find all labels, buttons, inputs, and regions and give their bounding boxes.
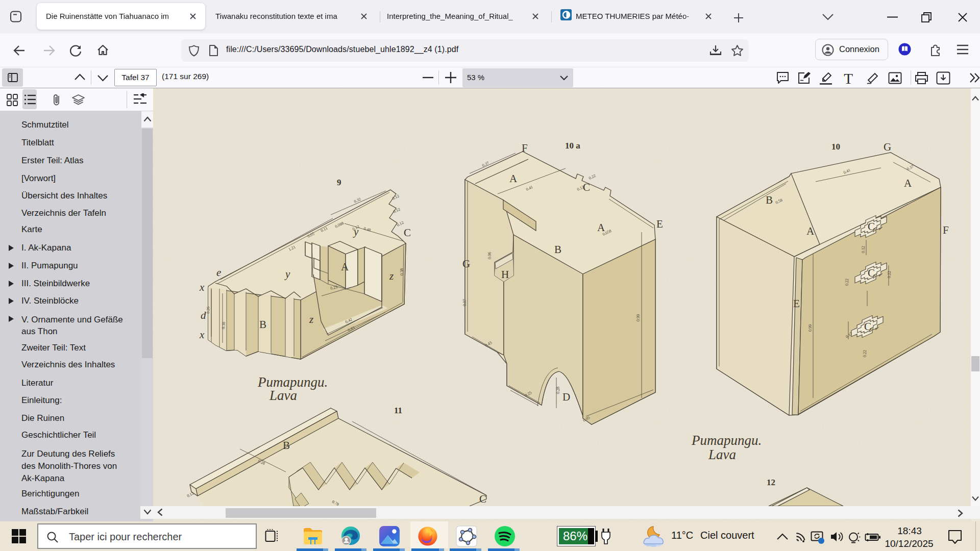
svg-text:Pumapungu.: Pumapungu. (691, 433, 762, 448)
svg-text:B: B (766, 194, 773, 206)
svg-text:A: A (806, 225, 815, 237)
svg-text:B: B (259, 318, 266, 331)
svg-text:x: x (199, 281, 205, 293)
svg-text:E: E (656, 218, 663, 230)
svg-text:12: 12 (767, 478, 775, 487)
svg-text:y: y (284, 268, 290, 280)
svg-text:0.22: 0.22 (845, 279, 849, 286)
svg-text:F: F (943, 224, 949, 236)
svg-text:0.22: 0.22 (887, 271, 892, 278)
svg-text:G: G (462, 258, 470, 270)
svg-text:0.38: 0.38 (221, 321, 226, 329)
svg-text:A: A (904, 177, 912, 189)
svg-text:A: A (509, 172, 518, 185)
svg-text:z: z (309, 313, 313, 325)
svg-text:10 a: 10 a (565, 141, 580, 151)
svg-text:x: x (199, 329, 205, 341)
svg-text:0.26: 0.26 (206, 307, 210, 314)
svg-text:z: z (389, 270, 394, 282)
svg-text:0.38: 0.38 (400, 268, 404, 276)
svg-text:0.28: 0.28 (556, 387, 560, 394)
svg-text:0.22: 0.22 (863, 350, 867, 357)
svg-text:C: C (404, 227, 411, 239)
svg-text:0.99: 0.99 (636, 314, 641, 321)
svg-text:11: 11 (394, 406, 402, 415)
svg-text:C: C (868, 267, 875, 279)
svg-text:Lava: Lava (269, 388, 297, 403)
svg-text:F: F (522, 142, 528, 154)
svg-text:10: 10 (831, 142, 840, 152)
svg-text:H: H (501, 268, 509, 281)
svg-text:C: C (868, 220, 875, 233)
svg-text:C: C (479, 493, 486, 505)
svg-text:e: e (216, 266, 221, 279)
svg-text:E: E (793, 297, 800, 310)
svg-text:Lava: Lava (708, 447, 736, 462)
svg-text:A: A (597, 221, 605, 234)
svg-text:y: y (353, 226, 359, 238)
svg-text:0.07: 0.07 (462, 299, 467, 306)
svg-text:D: D (562, 391, 570, 403)
svg-text:0.12: 0.12 (861, 246, 866, 253)
svg-text:A: A (341, 261, 349, 273)
svg-text:B: B (554, 243, 561, 256)
svg-text:9: 9 (337, 178, 341, 187)
svg-text:B: B (283, 439, 290, 452)
svg-text:d: d (201, 309, 206, 321)
svg-text:G: G (884, 141, 891, 153)
svg-text:C: C (583, 181, 590, 193)
svg-text:0.06: 0.06 (487, 252, 492, 259)
svg-text:0.99: 0.99 (808, 324, 813, 332)
svg-text:C: C (864, 320, 871, 333)
